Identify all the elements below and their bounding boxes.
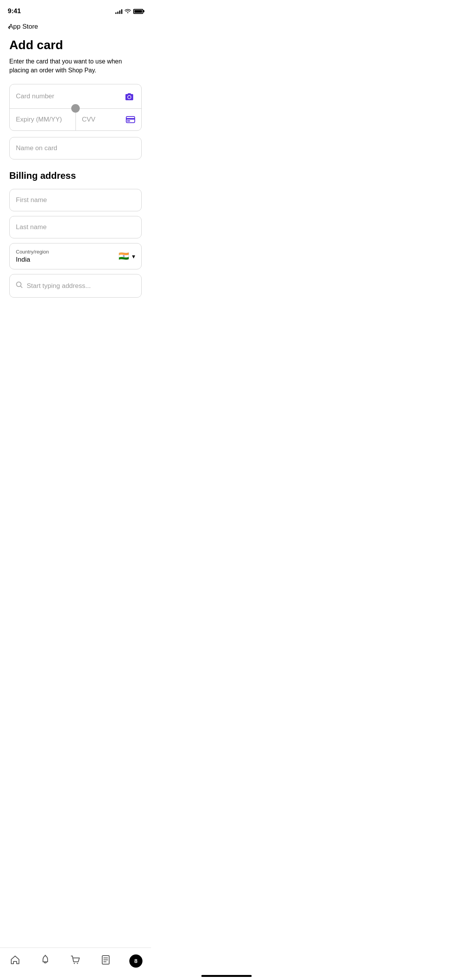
address-search-field[interactable]: Start typing address... <box>9 274 142 298</box>
expiry-field[interactable]: Expiry (MM/YY) <box>10 109 76 130</box>
card-fields-box: Card number Expiry (MM/YY) CVV <box>9 84 142 131</box>
status-icons <box>115 8 143 14</box>
country-text: Country/region India <box>16 249 49 264</box>
battery-icon <box>133 9 143 14</box>
wifi-icon <box>125 8 131 14</box>
country-label: Country/region <box>16 249 49 255</box>
separator-dot <box>71 104 80 113</box>
svg-point-0 <box>128 96 131 99</box>
address-search-placeholder: Start typing address... <box>27 282 135 290</box>
country-right: 🇮🇳 ▾ <box>118 251 135 261</box>
card-number-placeholder[interactable]: Card number <box>16 93 124 100</box>
expiry-placeholder: Expiry (MM/YY) <box>16 116 62 123</box>
last-name-field[interactable]: Last name <box>9 216 142 238</box>
name-on-card-placeholder: Name on card <box>16 144 57 152</box>
status-time: 9:41 <box>8 7 21 15</box>
main-content: Add card Enter the card that you want to… <box>0 33 151 298</box>
search-icon <box>16 281 23 290</box>
cvv-icon <box>126 116 135 123</box>
app-store-label[interactable]: App Store <box>9 23 38 31</box>
svg-rect-3 <box>127 120 130 122</box>
name-on-card-field[interactable]: Name on card <box>9 137 142 159</box>
page-title: Add card <box>9 38 142 52</box>
page-subtitle: Enter the card that you want to use when… <box>9 57 142 75</box>
svg-rect-2 <box>126 118 135 120</box>
cvv-row[interactable]: CVV <box>76 109 142 130</box>
status-bar: 9:41 <box>0 0 151 19</box>
country-value: India <box>16 256 30 263</box>
signal-icon <box>115 9 122 14</box>
nav-back: ‹ App Store <box>0 19 151 33</box>
country-field[interactable]: Country/region India 🇮🇳 ▾ <box>9 243 142 269</box>
camera-icon[interactable] <box>124 91 135 101</box>
card-number-row: Card number <box>10 84 141 109</box>
first-name-placeholder: First name <box>16 196 47 204</box>
first-name-field[interactable]: First name <box>9 189 142 211</box>
last-name-placeholder: Last name <box>16 223 46 231</box>
cvv-placeholder: CVV <box>82 116 126 123</box>
india-flag: 🇮🇳 <box>118 251 129 261</box>
billing-address-header: Billing address <box>9 170 142 181</box>
chevron-down-icon: ▾ <box>132 253 135 260</box>
